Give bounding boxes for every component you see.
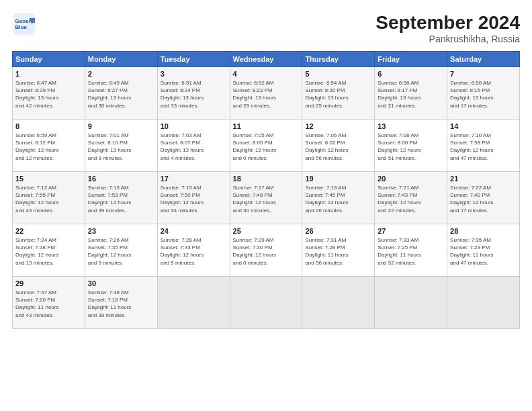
day-number: 24 — [161, 227, 227, 235]
calendar-cell: 4Sunrise: 6:52 AM Sunset: 8:22 PM Daylig… — [230, 67, 302, 120]
day-number: 30 — [88, 279, 154, 287]
day-info: Sunrise: 7:38 AM Sunset: 7:18 PM Dayligh… — [88, 289, 154, 319]
header: General Blue September 2024 Pankrushikha… — [12, 12, 520, 44]
weekday-sunday: Sunday — [13, 52, 85, 67]
calendar-week-1: 1Sunrise: 6:47 AM Sunset: 8:29 PM Daylig… — [13, 67, 520, 120]
calendar-cell: 24Sunrise: 7:28 AM Sunset: 7:33 PM Dayli… — [157, 224, 230, 277]
calendar-cell: 8Sunrise: 6:59 AM Sunset: 8:12 PM Daylig… — [13, 120, 85, 172]
day-number: 4 — [233, 70, 300, 78]
day-info: Sunrise: 7:21 AM Sunset: 7:43 PM Dayligh… — [378, 184, 444, 214]
day-number: 15 — [15, 175, 82, 183]
day-info: Sunrise: 7:37 AM Sunset: 7:20 PM Dayligh… — [15, 289, 82, 319]
day-number: 2 — [88, 70, 154, 78]
calendar-cell: 28Sunrise: 7:35 AM Sunset: 7:23 PM Dayli… — [447, 224, 520, 277]
calendar-cell: 22Sunrise: 7:24 AM Sunset: 7:38 PM Dayli… — [13, 224, 85, 277]
calendar-cell: 6Sunrise: 6:56 AM Sunset: 8:17 PM Daylig… — [375, 67, 447, 120]
day-number: 9 — [88, 122, 154, 130]
calendar-cell: 13Sunrise: 7:08 AM Sunset: 8:00 PM Dayli… — [375, 120, 447, 172]
day-info: Sunrise: 7:08 AM Sunset: 8:00 PM Dayligh… — [378, 132, 444, 162]
calendar-cell: 14Sunrise: 7:10 AM Sunset: 7:58 PM Dayli… — [447, 120, 520, 172]
day-number: 22 — [15, 227, 82, 235]
location: Pankrushikha, Russia — [375, 34, 520, 44]
calendar-header: SundayMondayTuesdayWednesdayThursdayFrid… — [13, 52, 520, 67]
day-info: Sunrise: 6:47 AM Sunset: 8:29 PM Dayligh… — [15, 79, 82, 109]
calendar-cell: 7Sunrise: 6:58 AM Sunset: 8:15 PM Daylig… — [447, 67, 520, 120]
day-number: 6 — [378, 70, 444, 78]
day-info: Sunrise: 7:17 AM Sunset: 7:48 PM Dayligh… — [233, 184, 300, 214]
calendar-cell: 9Sunrise: 7:01 AM Sunset: 8:10 PM Daylig… — [85, 120, 157, 172]
day-info: Sunrise: 6:52 AM Sunset: 8:22 PM Dayligh… — [233, 79, 300, 109]
day-number: 23 — [88, 227, 154, 235]
day-info: Sunrise: 7:10 AM Sunset: 7:58 PM Dayligh… — [450, 132, 517, 162]
calendar-cell: 26Sunrise: 7:31 AM Sunset: 7:28 PM Dayli… — [302, 224, 375, 277]
day-number: 26 — [305, 227, 371, 235]
calendar-cell: 2Sunrise: 6:49 AM Sunset: 8:27 PM Daylig… — [85, 67, 157, 120]
calendar-cell — [375, 277, 447, 329]
day-info: Sunrise: 6:58 AM Sunset: 8:15 PM Dayligh… — [450, 79, 517, 109]
calendar-cell: 21Sunrise: 7:22 AM Sunset: 7:40 PM Dayli… — [447, 172, 520, 224]
day-info: Sunrise: 7:22 AM Sunset: 7:40 PM Dayligh… — [450, 184, 517, 214]
day-number: 13 — [378, 122, 444, 130]
calendar-cell: 29Sunrise: 7:37 AM Sunset: 7:20 PM Dayli… — [13, 277, 85, 329]
calendar-cell: 10Sunrise: 7:03 AM Sunset: 8:07 PM Dayli… — [157, 120, 230, 172]
weekday-friday: Friday — [375, 52, 447, 67]
day-info: Sunrise: 7:12 AM Sunset: 7:55 PM Dayligh… — [15, 184, 82, 214]
day-info: Sunrise: 7:13 AM Sunset: 7:53 PM Dayligh… — [88, 184, 154, 214]
day-info: Sunrise: 7:03 AM Sunset: 8:07 PM Dayligh… — [161, 132, 227, 162]
weekday-thursday: Thursday — [302, 52, 375, 67]
calendar-cell: 17Sunrise: 7:15 AM Sunset: 7:50 PM Dayli… — [157, 172, 230, 224]
calendar-cell: 23Sunrise: 7:26 AM Sunset: 7:35 PM Dayli… — [85, 224, 157, 277]
day-info: Sunrise: 7:19 AM Sunset: 7:45 PM Dayligh… — [305, 184, 371, 214]
day-info: Sunrise: 7:05 AM Sunset: 8:05 PM Dayligh… — [233, 132, 300, 162]
calendar-cell: 11Sunrise: 7:05 AM Sunset: 8:05 PM Dayli… — [230, 120, 302, 172]
weekday-header-row: SundayMondayTuesdayWednesdayThursdayFrid… — [13, 52, 520, 67]
day-number: 12 — [305, 122, 371, 130]
day-info: Sunrise: 7:33 AM Sunset: 7:25 PM Dayligh… — [378, 236, 444, 267]
day-info: Sunrise: 7:35 AM Sunset: 7:23 PM Dayligh… — [450, 236, 517, 267]
day-info: Sunrise: 6:51 AM Sunset: 8:24 PM Dayligh… — [161, 79, 227, 109]
day-number: 7 — [450, 70, 517, 78]
weekday-tuesday: Tuesday — [157, 52, 230, 67]
day-number: 17 — [161, 175, 227, 183]
calendar-cell: 27Sunrise: 7:33 AM Sunset: 7:25 PM Dayli… — [375, 224, 447, 277]
day-number: 29 — [15, 279, 82, 287]
calendar-week-4: 22Sunrise: 7:24 AM Sunset: 7:38 PM Dayli… — [13, 224, 520, 277]
day-number: 1 — [15, 70, 82, 78]
calendar-week-3: 15Sunrise: 7:12 AM Sunset: 7:55 PM Dayli… — [13, 172, 520, 224]
calendar-cell: 5Sunrise: 6:54 AM Sunset: 8:20 PM Daylig… — [302, 67, 375, 120]
title-block: September 2024 Pankrushikha, Russia — [375, 12, 520, 44]
calendar-cell: 15Sunrise: 7:12 AM Sunset: 7:55 PM Dayli… — [13, 172, 85, 224]
weekday-saturday: Saturday — [447, 52, 520, 67]
day-number: 16 — [88, 175, 154, 183]
day-number: 25 — [233, 227, 300, 235]
day-info: Sunrise: 7:01 AM Sunset: 8:10 PM Dayligh… — [88, 132, 154, 162]
calendar-cell: 12Sunrise: 7:06 AM Sunset: 8:02 PM Dayli… — [302, 120, 375, 172]
calendar-page: General Blue September 2024 Pankrushikha… — [0, 0, 532, 411]
day-info: Sunrise: 7:28 AM Sunset: 7:33 PM Dayligh… — [161, 236, 227, 267]
calendar-cell — [302, 277, 375, 329]
calendar-cell — [230, 277, 302, 329]
logo: General Blue — [12, 12, 36, 36]
calendar-cell: 16Sunrise: 7:13 AM Sunset: 7:53 PM Dayli… — [85, 172, 157, 224]
svg-text:Blue: Blue — [15, 24, 28, 30]
month-title: September 2024 — [375, 12, 520, 34]
day-info: Sunrise: 7:24 AM Sunset: 7:38 PM Dayligh… — [15, 236, 82, 267]
day-info: Sunrise: 6:49 AM Sunset: 8:27 PM Dayligh… — [88, 79, 154, 109]
weekday-monday: Monday — [85, 52, 157, 67]
day-info: Sunrise: 7:29 AM Sunset: 7:30 PM Dayligh… — [233, 236, 300, 267]
day-number: 8 — [15, 122, 82, 130]
day-number: 14 — [450, 122, 517, 130]
day-info: Sunrise: 6:56 AM Sunset: 8:17 PM Dayligh… — [378, 79, 444, 109]
calendar-week-5: 29Sunrise: 7:37 AM Sunset: 7:20 PM Dayli… — [13, 277, 520, 329]
calendar-cell: 3Sunrise: 6:51 AM Sunset: 8:24 PM Daylig… — [157, 67, 230, 120]
day-number: 5 — [305, 70, 371, 78]
day-number: 3 — [161, 70, 227, 78]
calendar-cell: 1Sunrise: 6:47 AM Sunset: 8:29 PM Daylig… — [13, 67, 85, 120]
day-number: 19 — [305, 175, 371, 183]
calendar-cell: 30Sunrise: 7:38 AM Sunset: 7:18 PM Dayli… — [85, 277, 157, 329]
day-number: 10 — [161, 122, 227, 130]
day-info: Sunrise: 7:06 AM Sunset: 8:02 PM Dayligh… — [305, 132, 371, 162]
day-info: Sunrise: 7:15 AM Sunset: 7:50 PM Dayligh… — [161, 184, 227, 214]
day-info: Sunrise: 6:59 AM Sunset: 8:12 PM Dayligh… — [15, 132, 82, 162]
calendar-cell: 19Sunrise: 7:19 AM Sunset: 7:45 PM Dayli… — [302, 172, 375, 224]
